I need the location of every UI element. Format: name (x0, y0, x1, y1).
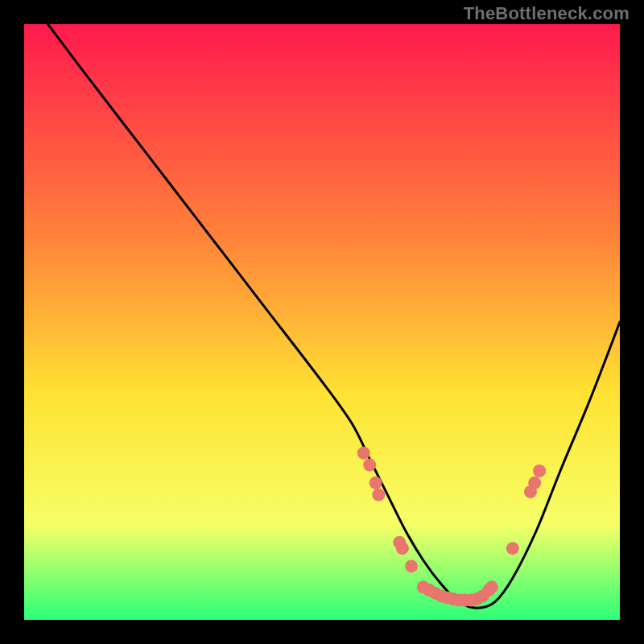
chart-canvas (0, 0, 644, 644)
highlight-dot (372, 489, 385, 502)
plot-background (24, 24, 620, 620)
highlight-dot (363, 459, 376, 472)
highlight-dot (396, 542, 409, 555)
highlight-dot (369, 477, 382, 489)
highlight-dot (506, 542, 519, 555)
highlight-dot (485, 580, 498, 593)
chart-frame: { "watermark": "TheBottleneck.com", "cha… (0, 0, 644, 644)
highlight-dot (405, 559, 418, 572)
highlight-dot (528, 477, 541, 489)
watermark-text: TheBottleneck.com (464, 3, 630, 24)
highlight-dot (357, 447, 370, 460)
highlight-dot (533, 464, 546, 477)
